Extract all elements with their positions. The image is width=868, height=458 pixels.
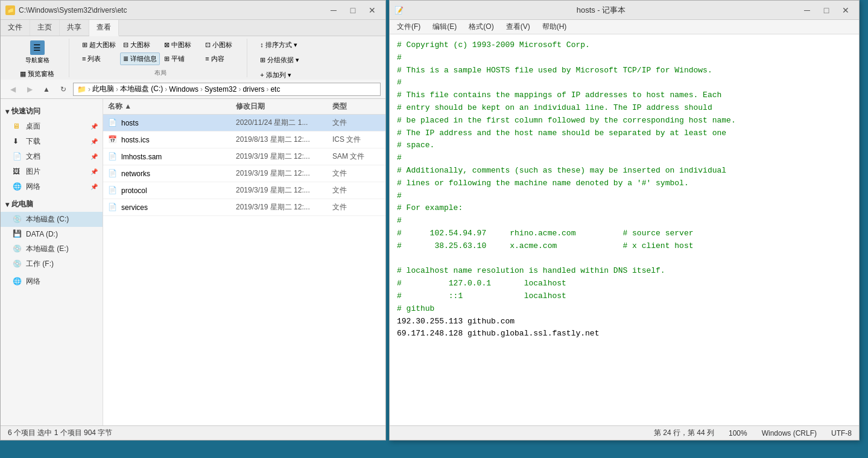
line-15: # xyxy=(397,216,402,225)
ribbon-group-layout: ⊞ 超大图标 ⊟ 大图标 ⊠ 中图标 ⊡ 小图标 ≡ 列表 ≣ 详细信息 ⊞ 平… xyxy=(74,39,247,77)
refresh-button[interactable]: ↻ xyxy=(56,83,71,96)
notepad-menu-edit[interactable]: 编辑(E) xyxy=(430,21,459,33)
protocol-name: protocol xyxy=(121,186,236,195)
up-button[interactable]: ▲ xyxy=(39,83,54,96)
col-header-type[interactable]: 类型 xyxy=(332,101,381,112)
sidebar-item-downloads-label: 下载 xyxy=(26,136,40,147)
f-drive-icon: 💿 xyxy=(13,259,22,269)
sidebar-item-pictures[interactable]: 🖼 图片 📌 xyxy=(1,164,103,179)
notepad-text-area[interactable]: # Copyright (c) 1993-2009 Microsoft Corp… xyxy=(390,34,859,425)
lmhosts-name: lmhosts.sam xyxy=(121,153,236,161)
notepad-menu-format[interactable]: 格式(O) xyxy=(466,21,496,33)
tile-btn[interactable]: ⊞ 平铺 xyxy=(161,52,201,65)
lmhosts-type: SAM 文件 xyxy=(332,151,381,162)
protocol-icon: 📄 xyxy=(108,186,118,196)
line-4: # xyxy=(397,78,402,87)
notepad-titlebar: 📝 hosts - 记事本 ─ □ ✕ xyxy=(390,1,859,20)
col-header-date[interactable]: 修改日期 xyxy=(236,101,332,112)
lmhosts-date: 2019/3/19 星期二 12:... xyxy=(236,151,332,162)
pictures-icon: 🖼 xyxy=(13,167,22,177)
notepad-maximize-button[interactable]: □ xyxy=(818,4,835,17)
nav-pane-button[interactable]: ☰ 导航窗格 xyxy=(22,39,52,66)
sidebar-item-e-drive[interactable]: 💿 本地磁盘 (E:) xyxy=(1,241,103,256)
line-16: # 102.54.94.97 rhino.acme.com # source s… xyxy=(397,229,693,238)
line-2: # xyxy=(397,53,402,62)
sidebar-item-downloads[interactable]: ⬇ 下载 📌 xyxy=(1,134,103,149)
close-button[interactable]: ✕ xyxy=(364,4,381,17)
file-row-hosts-ics[interactable]: 📅 hosts.ics 2019/8/13 星期二 12:... ICS 文件 xyxy=(103,132,385,148)
line-1: # Copyright (c) 1993-2009 Microsoft Corp… xyxy=(397,40,590,49)
list-btn[interactable]: ≡ 列表 xyxy=(79,52,119,65)
downloads-icon: ⬇ xyxy=(13,137,22,147)
path-c: 此电脑 xyxy=(92,84,114,94)
sidebar-item-c-drive-label: 本地磁盘 (C:) xyxy=(26,214,69,224)
col-header-name[interactable]: 名称 ▲ xyxy=(108,101,236,112)
quick-access-header[interactable]: ▾ 快速访问 xyxy=(1,104,103,119)
ribbon-tabs: 文件 主页 共享 查看 xyxy=(1,20,385,36)
file-row-protocol[interactable]: 📄 protocol 2019/3/19 星期二 12:... 文件 xyxy=(103,182,385,199)
layout-group-label: 布局 xyxy=(154,69,166,77)
hosts-file-type: 文件 xyxy=(332,118,381,128)
file-row-services[interactable]: 📄 services 2019/3/19 星期二 12:... 文件 xyxy=(103,199,385,216)
sidebar-item-network-quick[interactable]: 🌐 网络 📌 xyxy=(1,179,103,194)
downloads-pin: 📌 xyxy=(90,138,98,145)
notepad-menu-view[interactable]: 查看(V) xyxy=(504,21,533,33)
sidebar-item-documents-label: 文档 xyxy=(26,151,40,162)
sidebar-item-c-drive[interactable]: 💿 本地磁盘 (C:) xyxy=(1,212,103,227)
line-20: # 127.0.0.1 localhost xyxy=(397,279,566,288)
hosts-ics-date: 2019/8/13 星期二 12:... xyxy=(236,135,332,145)
tab-file[interactable]: 文件 xyxy=(1,20,30,36)
content-btn[interactable]: ≡ 内容 xyxy=(202,52,242,65)
hosts-file-icon: 📄 xyxy=(108,118,118,128)
group-by-button[interactable]: ⊞ 分组依据 ▾ xyxy=(257,54,337,66)
sidebar-item-f-drive[interactable]: 💿 工作 (F:) xyxy=(1,256,103,272)
explorer-status-bar: 6 个项目 选中 1 个项目 904 字节 xyxy=(1,425,385,440)
network-quick-icon: 🌐 xyxy=(13,182,22,192)
main-content: ▾ 快速访问 🖥 桌面 📌 ⬇ 下载 📌 📄 文档 📌 xyxy=(1,99,385,425)
sort-by-button[interactable]: ↕ 排序方式 ▾ xyxy=(257,39,337,51)
forward-button[interactable]: ▶ xyxy=(22,83,37,96)
file-row-lmhosts[interactable]: 📄 lmhosts.sam 2019/3/19 星期二 12:... SAM 文… xyxy=(103,148,385,165)
notepad-window-icon: 📝 xyxy=(394,6,404,14)
notepad-menu-file[interactable]: 文件(F) xyxy=(394,21,423,33)
notepad-minimize-button[interactable]: ─ xyxy=(799,4,816,17)
details-btn[interactable]: ≣ 详细信息 xyxy=(120,52,160,65)
hosts-ics-type: ICS 文件 xyxy=(332,135,381,145)
address-bar[interactable]: 📁 › 此电脑 › 本地磁盘 (C:) › Windows › System32… xyxy=(73,83,381,96)
maximize-button[interactable]: □ xyxy=(344,4,361,17)
preview-pane-button[interactable]: ▦ 预览窗格 xyxy=(17,68,57,80)
back-button[interactable]: ◀ xyxy=(5,83,20,96)
medium-icon-btn[interactable]: ⊠ 中图标 xyxy=(161,39,201,51)
sidebar-section-this-pc: ▾ 此电脑 💿 本地磁盘 (C:) 💾 DATA (D:) 💿 本地磁盘 (E:… xyxy=(1,197,103,272)
file-row-hosts[interactable]: 📄 hosts 2020/11/24 星期二 1... 文件 xyxy=(103,115,385,132)
extra-large-icon-btn[interactable]: ⊞ 超大图标 xyxy=(79,39,119,51)
sidebar: ▾ 快速访问 🖥 桌面 📌 ⬇ 下载 📌 📄 文档 📌 xyxy=(1,99,103,425)
sidebar-item-documents[interactable]: 📄 文档 📌 xyxy=(1,149,103,164)
sidebar-item-network[interactable]: 🌐 网络 xyxy=(1,274,103,289)
line-11: # Additionally, comments (such as these)… xyxy=(397,166,726,175)
file-list-header: 名称 ▲ 修改日期 类型 xyxy=(103,99,385,115)
tab-share[interactable]: 共享 xyxy=(60,20,89,36)
ribbon-group-view: ↕ 排序方式 ▾ ⊞ 分组依据 ▾ + 添加列 ▾ ↔ 将所有列调整为合适的大 … xyxy=(252,39,342,77)
minimize-button[interactable]: ─ xyxy=(325,4,342,17)
line-18 xyxy=(397,254,402,263)
file-row-networks[interactable]: 📄 networks 2019/3/19 星期二 12:... 文件 xyxy=(103,165,385,182)
tab-home[interactable]: 主页 xyxy=(30,20,60,36)
pictures-pin: 📌 xyxy=(90,168,98,175)
preview-pane-icon: ▦ xyxy=(20,70,26,78)
line-10: # xyxy=(397,153,402,162)
notepad-close-button[interactable]: ✕ xyxy=(837,4,854,17)
sidebar-item-desktop[interactable]: 🖥 桌面 📌 xyxy=(1,119,103,134)
this-pc-header[interactable]: ▾ 此电脑 xyxy=(1,197,103,212)
explorer-window-icon: 📁 xyxy=(5,5,15,15)
small-icon-btn[interactable]: ⊡ 小图标 xyxy=(202,39,242,51)
notepad-menu-help[interactable]: 帮助(H) xyxy=(540,21,569,33)
tab-view[interactable]: 查看 xyxy=(89,20,119,36)
line-13: # xyxy=(397,191,402,200)
services-name: services xyxy=(121,203,236,212)
large-icon-btn[interactable]: ⊟ 大图标 xyxy=(120,39,160,51)
documents-pin: 📌 xyxy=(90,153,98,160)
sidebar-item-d-drive[interactable]: 💾 DATA (D:) xyxy=(1,227,103,241)
explorer-titlebar-path: C:\Windows\System32\drivers\etc xyxy=(19,6,322,14)
d-drive-icon: 💾 xyxy=(13,229,22,239)
